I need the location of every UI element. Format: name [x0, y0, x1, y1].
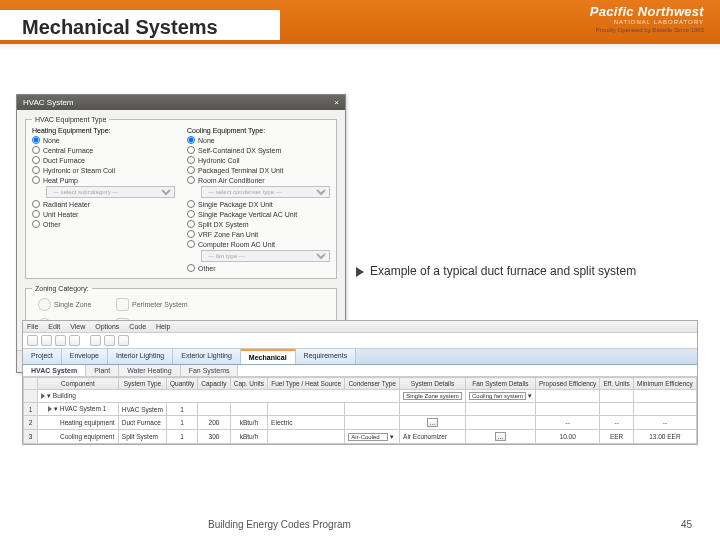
cooling-option[interactable]: VRF Zone Fan Unit: [187, 230, 330, 238]
fan-details-button[interactable]: ...: [495, 432, 506, 441]
tree-toggle-icon[interactable]: [41, 393, 45, 399]
menu-item[interactable]: View: [70, 323, 85, 330]
col-fuel[interactable]: Fuel Type / Heat Source: [268, 378, 345, 390]
heating-option[interactable]: Duct Furnace: [32, 156, 175, 164]
brand-logo: Pacific Northwest: [590, 4, 704, 19]
cooling-option[interactable]: Hydronic Coil: [187, 156, 330, 164]
col-component[interactable]: Component: [38, 378, 119, 390]
subtab-plant[interactable]: Plant: [86, 365, 119, 376]
cooling-option[interactable]: Other: [187, 264, 330, 272]
tab-envelope[interactable]: Envelope: [62, 349, 108, 364]
zoning-option[interactable]: Perimeter System: [116, 298, 188, 311]
menu-bar[interactable]: File Edit View Options Code Help: [23, 321, 697, 333]
cooling-option[interactable]: Split DX System: [187, 220, 330, 228]
caption-text: Example of a typical duct furnace and sp…: [370, 264, 636, 278]
open-icon[interactable]: [41, 335, 52, 346]
cooling-option[interactable]: Single Package DX Unit: [187, 200, 330, 208]
hvac-table[interactable]: Component System Type Quantity Capacity …: [23, 377, 697, 444]
brand-tagline: Proudly Operated by Battelle Since 1965: [590, 27, 704, 33]
table-row[interactable]: 2 Heating equipment Duct Furnace 1 200 k…: [24, 416, 697, 430]
col-eff[interactable]: Proposed Efficiency: [535, 378, 600, 390]
equipment-type-legend: HVAC Equipment Type: [32, 116, 109, 123]
col-cap[interactable]: Capacity: [198, 378, 230, 390]
table-row[interactable]: 1 ▾ HVAC System 1 HVAC System 1: [24, 403, 697, 416]
save-icon[interactable]: [55, 335, 66, 346]
details-button[interactable]: ...: [427, 418, 438, 427]
cooling-subselect-2[interactable]: — fan type —: [201, 250, 330, 262]
menu-item[interactable]: Help: [156, 323, 170, 330]
close-icon[interactable]: ×: [334, 98, 339, 107]
page-number: 45: [681, 519, 692, 530]
cooling-legend: Cooling Equipment Type:: [187, 127, 330, 134]
heating-option[interactable]: Hydronic or Steam Coil: [32, 166, 175, 174]
col-eu[interactable]: Eff. Units: [600, 378, 633, 390]
cooling-option[interactable]: Packaged Terminal DX Unit: [187, 166, 330, 174]
tree-toggle-icon[interactable]: [48, 406, 52, 412]
cooling-option[interactable]: Single Package Vertical AC Unit: [187, 210, 330, 218]
col-fan[interactable]: Fan System Details: [465, 378, 535, 390]
tab-requirements[interactable]: Requirements: [296, 349, 357, 364]
menu-item[interactable]: Code: [129, 323, 146, 330]
tab-project[interactable]: Project: [23, 349, 62, 364]
arrow-icon: [356, 267, 364, 277]
subtab-hvac[interactable]: HVAC System: [23, 365, 86, 376]
brand-subtitle: NATIONAL LABORATORY: [590, 19, 704, 25]
toolbar: [23, 333, 697, 349]
print-icon[interactable]: [69, 335, 80, 346]
table-row[interactable]: ▾ Building Single Zone system Cooling fa…: [24, 390, 697, 403]
dialog-titlebar[interactable]: HVAC System ×: [17, 95, 345, 110]
heating-option[interactable]: Heat Pump: [32, 176, 175, 184]
cooling-subselect-1[interactable]: — select condenser type —: [201, 186, 330, 198]
menu-item[interactable]: Options: [95, 323, 119, 330]
tab-interior-lighting[interactable]: Interior Lighting: [108, 349, 173, 364]
collapse-icon[interactable]: [118, 335, 129, 346]
heating-option[interactable]: Other: [32, 220, 175, 228]
menu-item[interactable]: File: [27, 323, 38, 330]
zoning-legend: Zoning Category:: [32, 285, 92, 292]
cooling-option[interactable]: None: [187, 136, 330, 144]
cooling-option[interactable]: Room Air Conditioner: [187, 176, 330, 184]
heating-option[interactable]: Central Furnace: [32, 146, 175, 154]
table-row[interactable]: 3 Cooling equipment Split System 1 300 k…: [24, 430, 697, 444]
tab-exterior-lighting[interactable]: Exterior Lighting: [173, 349, 241, 364]
heating-option[interactable]: Radiant Heater: [32, 200, 175, 208]
dialog-title: HVAC System: [23, 98, 74, 107]
col-min[interactable]: Minimum Efficiency: [633, 378, 696, 390]
col-cond[interactable]: Condenser Type: [345, 378, 400, 390]
heating-option[interactable]: Unit Heater: [32, 210, 175, 218]
delete-icon[interactable]: [104, 335, 115, 346]
subtab-fan[interactable]: Fan Systems: [181, 365, 239, 376]
main-tabs: Project Envelope Interior Lighting Exter…: [23, 349, 697, 365]
footer-left: Building Energy Codes Program: [208, 519, 351, 530]
system-select[interactable]: Single Zone system: [403, 392, 462, 400]
col-cu[interactable]: Cap. Units: [230, 378, 267, 390]
sub-tabs: HVAC System Plant Water Heating Fan Syst…: [23, 365, 697, 377]
new-icon[interactable]: [27, 335, 38, 346]
heating-subselect[interactable]: — select subcategory —: [46, 186, 175, 198]
cooling-option[interactable]: Self-Contained DX System: [187, 146, 330, 154]
col-rownum: [24, 378, 38, 390]
col-sys[interactable]: System Details: [400, 378, 466, 390]
col-type[interactable]: System Type: [118, 378, 166, 390]
col-qty[interactable]: Quantity: [166, 378, 197, 390]
menu-item[interactable]: Edit: [48, 323, 60, 330]
copy-icon[interactable]: [90, 335, 101, 346]
cooling-option[interactable]: Computer Room AC Unit: [187, 240, 330, 248]
fan-select[interactable]: Cooling fan system: [469, 392, 526, 400]
page-title: Mechanical Systems: [22, 16, 228, 39]
condenser-select[interactable]: Air-Cooled: [348, 433, 388, 441]
brand: Pacific Northwest NATIONAL LABORATORY Pr…: [590, 4, 704, 33]
heating-legend: Heating Equipment Type:: [32, 127, 175, 134]
tab-mechanical[interactable]: Mechanical: [241, 349, 296, 364]
heating-option[interactable]: None: [32, 136, 175, 144]
subtab-water[interactable]: Water Heating: [119, 365, 180, 376]
zoning-option[interactable]: Single Zone: [38, 298, 96, 311]
app-window: File Edit View Options Code Help Project…: [22, 320, 698, 445]
